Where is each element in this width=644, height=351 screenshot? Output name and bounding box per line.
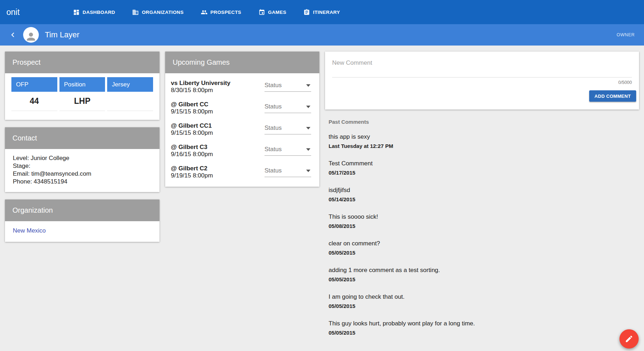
comment-item: clear on comment? 05/05/2015 bbox=[329, 240, 639, 256]
page-title: Tim Layer bbox=[45, 30, 79, 39]
pencil-icon bbox=[625, 335, 633, 343]
status-select-value: Status bbox=[265, 82, 282, 89]
status-select-value: Status bbox=[265, 146, 282, 153]
comment-date: 05/05/2015 bbox=[329, 276, 639, 283]
organization-card-title: Organization bbox=[5, 200, 159, 221]
prospect-field-position: Position LHP bbox=[59, 77, 105, 111]
prospects-icon bbox=[201, 9, 208, 16]
nav-item-label: GAMES bbox=[268, 10, 287, 15]
field-value: LHP bbox=[59, 92, 105, 111]
prospect-field-jersey: Jersey bbox=[107, 77, 153, 111]
game-row: @ Gilbert CC1 9/15/15 8:00pm Status bbox=[171, 122, 311, 137]
prospect-card-title: Prospect bbox=[5, 52, 159, 73]
field-label: Position bbox=[59, 77, 105, 92]
comment-text: This guy looks hurt, probably wont play … bbox=[329, 320, 639, 327]
game-status-select[interactable]: Status bbox=[265, 103, 311, 113]
status-select-value: Status bbox=[265, 124, 282, 132]
comment-date: 05/05/2015 bbox=[329, 330, 639, 336]
contact-card: Contact Level: Junior College Stage: Ema… bbox=[5, 127, 159, 192]
nav-item-dashboard[interactable]: DASHBOARD bbox=[73, 9, 115, 16]
chevron-down-icon bbox=[306, 170, 310, 172]
comment-item: isdjfjifsd 05/14/2015 bbox=[329, 187, 639, 203]
field-value bbox=[107, 92, 153, 111]
game-info: @ Gilbert C3 9/16/15 8:00pm bbox=[171, 144, 213, 158]
top-nav: onit DASHBOARD ORGANIZATIONS PROSPECTS G… bbox=[0, 0, 644, 24]
nav-item-label: PROSPECTS bbox=[210, 10, 241, 15]
comment-text: I am going to check that out. bbox=[329, 293, 639, 301]
edit-fab-button[interactable] bbox=[619, 329, 639, 349]
game-status-select[interactable]: Status bbox=[265, 167, 311, 177]
organization-body: New Mexico bbox=[5, 221, 159, 242]
game-name: vs Liberty University bbox=[171, 80, 230, 87]
field-label: Jersey bbox=[107, 77, 153, 92]
prospect-card: Prospect OFP 44 Position LHP Jersey bbox=[5, 52, 159, 120]
prospect-header-bar: Tim Layer OWNER bbox=[0, 24, 644, 46]
comment-date: 05/05/2015 bbox=[329, 250, 639, 256]
game-info: @ Gilbert C2 9/19/15 8:00pm bbox=[171, 165, 213, 179]
prospect-fields: OFP 44 Position LHP Jersey bbox=[5, 73, 159, 120]
contact-email: Email: tim@teamsynced.com bbox=[13, 170, 152, 178]
content: Prospect OFP 44 Position LHP Jersey Cont… bbox=[0, 46, 644, 336]
comment-date: 05/08/2015 bbox=[329, 223, 639, 229]
game-info: vs Liberty University 8/30/15 8:00pm bbox=[171, 80, 230, 94]
game-info: @ Gilbert CC 9/15/15 8:00pm bbox=[171, 101, 213, 115]
organization-card: Organization New Mexico bbox=[5, 200, 159, 242]
organization-link[interactable]: New Mexico bbox=[13, 227, 46, 234]
comment-date: 05/14/2015 bbox=[329, 196, 639, 203]
contact-info: Level: Junior College Stage: Email: tim@… bbox=[5, 149, 159, 192]
nav-item-label: ITINERARY bbox=[313, 10, 340, 15]
avatar bbox=[23, 27, 39, 43]
dashboard-icon bbox=[73, 9, 80, 16]
new-comment-input[interactable] bbox=[332, 59, 632, 76]
field-label: OFP bbox=[11, 77, 57, 92]
chevron-left-icon bbox=[8, 30, 17, 39]
nav-item-games[interactable]: GAMES bbox=[258, 9, 287, 16]
chevron-down-icon bbox=[306, 148, 310, 151]
app-brand[interactable]: onit bbox=[6, 7, 20, 17]
button-row: ADD COMMENT bbox=[332, 90, 636, 102]
contact-level: Level: Junior College bbox=[13, 154, 152, 162]
game-info: @ Gilbert CC1 9/15/15 8:00pm bbox=[171, 122, 213, 137]
nav-item-prospects[interactable]: PROSPECTS bbox=[201, 9, 241, 16]
owner-badge: OWNER bbox=[617, 32, 635, 37]
game-datetime: 9/15/15 8:00pm bbox=[171, 108, 213, 115]
game-status-select[interactable]: Status bbox=[265, 124, 311, 134]
comment-date: Last Tuesday at 12:27 PM bbox=[329, 143, 639, 149]
left-column: Prospect OFP 44 Position LHP Jersey Cont… bbox=[5, 52, 159, 249]
game-name: @ Gilbert C2 bbox=[171, 165, 213, 172]
nav-item-organizations[interactable]: ORGANIZATIONS bbox=[132, 9, 183, 16]
organizations-icon bbox=[132, 9, 139, 16]
comment-item: I am going to check that out. 05/05/2015 bbox=[329, 293, 639, 309]
comment-date: 05/17/2015 bbox=[329, 170, 639, 176]
new-comment-card: 0/5000 ADD COMMENT bbox=[325, 52, 639, 110]
field-value: 44 bbox=[11, 92, 57, 111]
game-row: @ Gilbert C2 9/19/15 8:00pm Status bbox=[171, 165, 311, 179]
chevron-down-icon bbox=[306, 127, 310, 129]
contact-card-title: Contact bbox=[5, 127, 159, 149]
game-datetime: 9/16/15 8:00pm bbox=[171, 151, 213, 158]
comment-text: clear on comment? bbox=[329, 240, 639, 247]
nav-items: DASHBOARD ORGANIZATIONS PROSPECTS GAMES … bbox=[73, 9, 340, 16]
game-status-select[interactable]: Status bbox=[265, 146, 311, 156]
game-status-select[interactable]: Status bbox=[265, 82, 311, 92]
comment-item: This guy looks hurt, probably wont play … bbox=[329, 320, 639, 336]
nav-item-itinerary[interactable]: ITINERARY bbox=[303, 9, 340, 16]
contact-stage: Stage: bbox=[13, 162, 152, 170]
game-name: @ Gilbert CC bbox=[171, 101, 213, 108]
prospect-field-ofp: OFP 44 bbox=[11, 77, 57, 111]
game-row: @ Gilbert C3 9/16/15 8:00pm Status bbox=[171, 144, 311, 158]
add-comment-button[interactable]: ADD COMMENT bbox=[589, 90, 636, 102]
game-name: @ Gilbert C3 bbox=[171, 144, 213, 151]
games-list: vs Liberty University 8/30/15 8:00pm Sta… bbox=[165, 73, 319, 187]
comment-text: adding 1 more comment as a test sorting. bbox=[329, 267, 639, 274]
comment-text: Test Commment bbox=[329, 160, 639, 167]
comments-list: this app is sexy Last Tuesday at 12:27 P… bbox=[329, 133, 639, 336]
back-button[interactable] bbox=[8, 30, 17, 39]
upcoming-games-card: Upcoming Games vs Liberty University 8/3… bbox=[165, 52, 319, 187]
middle-column: Upcoming Games vs Liberty University 8/3… bbox=[165, 52, 319, 194]
comment-text: this app is sexy bbox=[329, 133, 639, 140]
char-counter: 0/5000 bbox=[332, 80, 632, 85]
comment-text: isdjfjifsd bbox=[329, 187, 639, 194]
game-datetime: 9/19/15 8:00pm bbox=[171, 172, 213, 179]
right-column: 0/5000 ADD COMMENT Past Comments this ap… bbox=[325, 52, 639, 336]
